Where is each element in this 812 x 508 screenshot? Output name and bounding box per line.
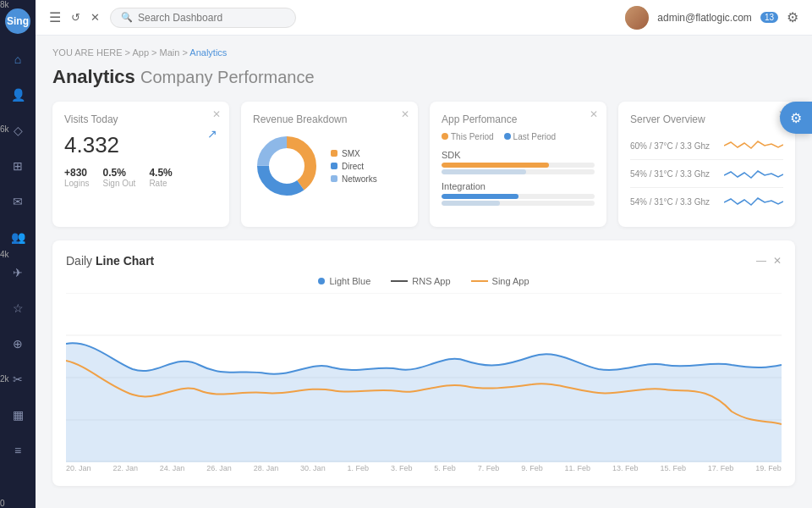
area-fill xyxy=(66,343,782,462)
legend-singapp: Sing App xyxy=(471,276,529,286)
search-box[interactable]: 🔍 xyxy=(110,8,296,28)
svg-point-3 xyxy=(272,151,302,181)
legend-rnsapp: RNS App xyxy=(391,276,450,286)
visits-value: 4.332 xyxy=(64,132,217,158)
stat-logins: +830 Logins xyxy=(64,167,89,188)
chart-title-bold: Line Chart xyxy=(96,254,154,268)
chart-area xyxy=(66,293,782,462)
sdk-progress-bar-last xyxy=(442,169,595,174)
server-row-2: 54% / 31°C / 3.3 Ghz xyxy=(630,188,783,215)
visits-card-close[interactable]: ✕ xyxy=(212,108,221,120)
topbar-right: admin@flatlogic.com 13 ⚙ xyxy=(625,6,798,30)
integration-progress-bar xyxy=(442,194,595,199)
line-chart-card: Daily Line Chart — ✕ Light Blue RNS App xyxy=(52,240,795,486)
period-last: Last Period xyxy=(504,132,557,141)
revenue-legend: SMX Direct Networks xyxy=(331,149,377,184)
sdk-progress-fill-this xyxy=(442,163,549,168)
chart-svg xyxy=(66,293,782,462)
legend-networks: Networks xyxy=(331,174,377,184)
chart-close-icon[interactable]: ✕ xyxy=(773,255,782,267)
cards-row: ✕ Visits Today 4.332 ↗ +830 Logins 0.5% … xyxy=(52,102,795,227)
sparkline-1 xyxy=(724,165,783,182)
chart-minimize-icon[interactable]: — xyxy=(756,255,766,267)
legend-direct: Direct xyxy=(331,162,377,171)
revenue-card-title: Revenue Breakdown xyxy=(253,113,406,125)
sdk-progress-fill-last xyxy=(442,169,526,174)
page-subtitle: Company Performance xyxy=(140,68,315,86)
donut-chart xyxy=(253,132,321,200)
legend-line-rnsapp xyxy=(391,280,408,282)
floating-gear-button[interactable]: ⚙ xyxy=(780,102,812,134)
chart-svg-container: 20. Jan 22. Jan 24. Jan 26. Jan 28. Jan … xyxy=(66,293,782,472)
legend-circle-lightblue xyxy=(318,278,325,284)
chart-title-prefix: Daily xyxy=(66,254,92,268)
visits-card-title: Visits Today xyxy=(64,113,217,125)
chart-title: Daily Line Chart xyxy=(66,254,154,268)
revenue-card: ✕ Revenue Breakdown SMX xyxy=(241,102,418,227)
breadcrumb-current: Analytics xyxy=(189,47,227,58)
server-card: ✕ Server Overview 60% / 37°C / 3.3 Ghz 5… xyxy=(618,102,795,227)
menu-icon[interactable]: ☰ xyxy=(49,9,61,25)
floating-gear-icon: ⚙ xyxy=(790,110,802,126)
chart-legend: Light Blue RNS App Sing App xyxy=(66,276,782,286)
donut-container: SMX Direct Networks xyxy=(253,132,406,200)
close-icon[interactable]: ✕ xyxy=(91,11,100,24)
sdk-progress-bar xyxy=(442,163,595,168)
dot-last-period xyxy=(504,133,511,140)
server-row-0: 60% / 37°C / 3.3 Ghz xyxy=(630,132,783,160)
legend-dot-smx xyxy=(331,150,337,157)
page-title-main: Analytics xyxy=(52,66,135,87)
revenue-card-close[interactable]: ✕ xyxy=(401,108,409,120)
settings-icon[interactable]: ⚙ xyxy=(787,9,798,25)
breadcrumb: YOU ARE HERE > App > Main > Analytics xyxy=(52,47,795,58)
integration-progress-bar-last xyxy=(442,201,595,206)
stat-rate: 4.5% Rate xyxy=(149,167,172,188)
server-card-title: Server Overview xyxy=(630,113,783,125)
perf-card-close[interactable]: ✕ xyxy=(590,108,598,120)
performance-card: ✕ App Perfomance This Period Last Period… xyxy=(430,102,606,227)
x-axis: 20. Jan 22. Jan 24. Jan 26. Jan 28. Jan … xyxy=(66,464,782,472)
avatar xyxy=(625,6,649,30)
sparkline-0 xyxy=(724,137,783,154)
visits-stats: +830 Logins 0.5% Sign Out 4.5% Rate xyxy=(64,167,217,188)
legend-line-singapp xyxy=(471,280,488,282)
search-input[interactable] xyxy=(138,12,285,24)
legend-dot-networks xyxy=(331,175,337,182)
stat-signout: 0.5% Sign Out xyxy=(102,167,135,188)
main-area: ☰ ↺ ✕ 🔍 admin@flatlogic.com 13 ⚙ YOU ARE… xyxy=(36,0,812,508)
page-title: Analytics Company Performance xyxy=(52,66,795,88)
legend-smx: SMX xyxy=(331,149,377,158)
period-this: This Period xyxy=(442,132,494,141)
chart-controls: — ✕ xyxy=(756,255,782,267)
notification-badge[interactable]: 13 xyxy=(760,12,778,23)
legend-dot-direct xyxy=(331,163,337,169)
avatar-image xyxy=(625,6,649,30)
admin-email: admin@flatlogic.com xyxy=(657,12,752,24)
integration-progress-fill-last xyxy=(442,201,500,206)
topbar: ☰ ↺ ✕ 🔍 admin@flatlogic.com 13 ⚙ xyxy=(36,0,812,36)
legend-lightblue: Light Blue xyxy=(318,276,370,286)
content-area: YOU ARE HERE > App > Main > Analytics An… xyxy=(36,36,812,508)
refresh-icon[interactable]: ↺ xyxy=(71,11,80,24)
chart-body: 8k 6k 4k 2k 0 xyxy=(66,293,782,472)
server-row-1: 54% / 31°C / 3.3 Ghz xyxy=(630,160,783,188)
chart-header: Daily Line Chart — ✕ xyxy=(66,254,782,268)
perf-period: This Period Last Period xyxy=(442,132,595,141)
sparkline-2 xyxy=(724,193,783,210)
visits-arrow-icon: ↗ xyxy=(207,127,217,141)
dot-this-period xyxy=(442,133,448,140)
visits-card: ✕ Visits Today 4.332 ↗ +830 Logins 0.5% … xyxy=(52,102,229,227)
perf-card-title: App Perfomance xyxy=(442,113,595,125)
metric-sdk: SDK xyxy=(442,150,595,174)
search-icon: 🔍 xyxy=(121,12,133,23)
integration-progress-fill-this xyxy=(442,194,518,199)
metric-integration: Integration xyxy=(442,181,595,206)
